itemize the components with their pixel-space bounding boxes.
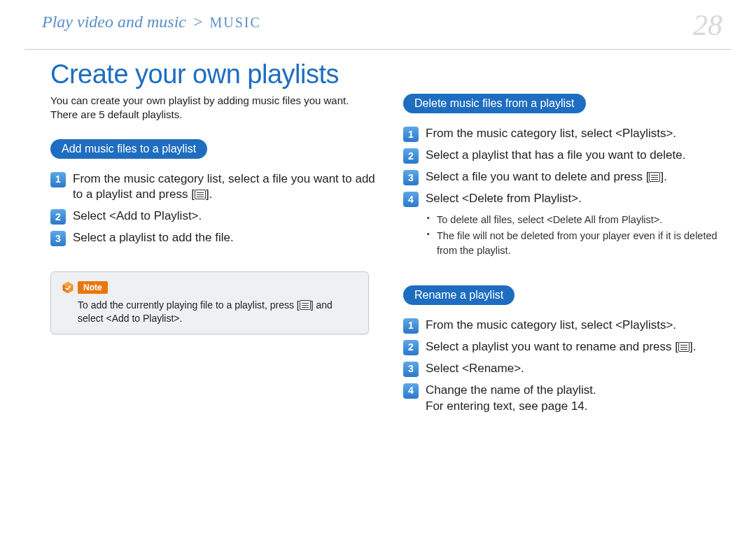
step-number-icon: 3 <box>403 362 419 377</box>
page-header: Play video and music > MUSIC 28 <box>0 0 756 49</box>
breadcrumb-parent: Play video and music <box>42 13 186 31</box>
subheading-delete: Delete music files from a playlist <box>403 94 586 113</box>
content-columns: You can create your own playlist by addi… <box>0 94 756 436</box>
step-number-icon: 3 <box>403 170 419 185</box>
bullet-item: To delete all files, select <Delete All … <box>427 213 728 227</box>
menu-icon <box>678 342 690 352</box>
step-text: Select a playlist that has a file you wa… <box>426 148 728 164</box>
step-item: 2 Select a playlist that has a file you … <box>403 148 728 164</box>
note-header: Note <box>61 280 358 294</box>
left-column: You can create your own playlist by addi… <box>50 94 375 436</box>
step-number-icon: 1 <box>50 172 66 187</box>
step-number-icon: 1 <box>403 127 419 142</box>
step-item: 3 Select a file you want to delete and p… <box>403 169 728 185</box>
steps-add: 1 From the music category list, select a… <box>50 171 375 247</box>
menu-icon <box>649 172 660 182</box>
subheading-add: Add music files to a playlist <box>50 139 207 159</box>
step-text: Select <Add to Playlist>. <box>73 208 375 225</box>
bullet-item: The file will not be deleted from your p… <box>427 229 728 257</box>
right-column: Delete music files from a playlist 1 Fro… <box>403 94 728 436</box>
menu-icon <box>195 190 206 199</box>
step-text: From the music category list, select <Pl… <box>426 318 728 334</box>
intro-text: You can create your own playlist by addi… <box>50 94 375 122</box>
step-text: Select a file you want to delete and pre… <box>426 169 728 185</box>
step-item: 4 Change the name of the playlist.For en… <box>403 383 728 415</box>
step-item: 1 From the music category list, select <… <box>403 318 728 334</box>
page-title: Create your own playlists <box>0 50 756 94</box>
note-label: Note <box>78 281 108 294</box>
step-text: Change the name of the playlist.For ente… <box>426 383 728 415</box>
menu-icon <box>300 300 311 310</box>
subheading-rename: Rename a playlist <box>403 285 514 305</box>
breadcrumb: Play video and music > MUSIC <box>42 13 261 31</box>
step-item: 2 Select <Add to Playlist>. <box>50 208 375 225</box>
step-number-icon: 1 <box>403 318 419 334</box>
step-item: 2 Select a playlist you want to rename a… <box>403 339 728 355</box>
step-item: 3 Select a playlist to add the file. <box>50 230 375 246</box>
step-text: Select <Delete from Playlist>. <box>426 191 728 207</box>
step-text: From the music category list, select <Pl… <box>426 126 728 142</box>
step-number-icon: 2 <box>403 148 419 164</box>
step-number-icon: 4 <box>403 192 419 207</box>
bullets-delete: To delete all files, select <Delete All … <box>403 213 728 257</box>
step-item: 3 Select <Rename>. <box>403 361 728 377</box>
step-number-icon: 4 <box>403 383 419 399</box>
page-number: 28 <box>693 8 722 42</box>
step-number-icon: 2 <box>50 209 66 225</box>
section-delete: Delete music files from a playlist 1 Fro… <box>403 94 728 257</box>
step-number-icon: 3 <box>50 231 66 246</box>
step-item: 1 From the music category list, select a… <box>50 171 375 204</box>
section-rename: Rename a playlist 1 From the music categ… <box>403 285 728 415</box>
step-text: Select a playlist you want to rename and… <box>426 339 728 355</box>
step-text: From the music category list, select a f… <box>73 171 375 204</box>
step-item: 1 From the music category list, select <… <box>403 126 728 142</box>
step-number-icon: 2 <box>403 340 419 355</box>
step-item: 4 Select <Delete from Playlist>. <box>403 191 728 207</box>
step-text: Select a playlist to add the file. <box>73 230 375 246</box>
breadcrumb-section: MUSIC <box>210 15 261 30</box>
note-text: To add the currently playing file to a p… <box>61 299 358 325</box>
note-box: Note To add the currently playing file t… <box>50 271 369 334</box>
steps-delete: 1 From the music category list, select <… <box>403 126 728 207</box>
steps-rename: 1 From the music category list, select <… <box>403 318 728 415</box>
cube-icon <box>61 280 75 294</box>
step-text: Select <Rename>. <box>426 361 728 377</box>
chevron-right-icon: > <box>193 13 203 31</box>
